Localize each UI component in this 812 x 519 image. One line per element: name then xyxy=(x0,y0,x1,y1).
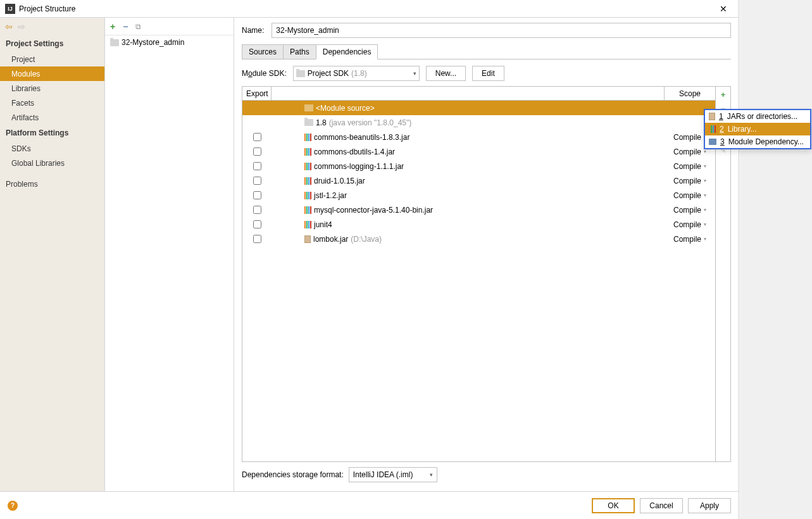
name-label: Name: xyxy=(242,26,264,35)
column-scope[interactable]: Scope xyxy=(665,87,715,100)
help-icon[interactable]: ? xyxy=(8,501,18,511)
add-dependency-popup: 1 JARs or directories... 2 Library... 3 … xyxy=(704,109,811,149)
scope-value[interactable]: Compile xyxy=(673,206,701,215)
dependency-row[interactable]: commons-beanutils-1.8.3.jarCompile▾ xyxy=(242,130,715,144)
popup-item-jars[interactable]: 1 JARs or directories... xyxy=(705,110,810,123)
sidebar-item-problems[interactable]: Problems xyxy=(0,177,104,191)
tab-sources[interactable]: Sources xyxy=(242,44,284,59)
ok-button[interactable]: OK xyxy=(592,498,635,513)
settings-sidebar: ⇦ ⇨ Project Settings Project Modules Lib… xyxy=(0,18,105,491)
module-detail-panel: Name: Sources Paths Dependencies Module … xyxy=(234,18,739,491)
dependency-row[interactable]: commons-logging-1.1.1.jarCompile▾ xyxy=(242,159,715,173)
module-sdk-select[interactable]: Project SDK (1.8) ▾ xyxy=(293,66,420,81)
dependency-label: mysql-connector-java-5.1.40-bin.jar xyxy=(314,206,433,215)
column-name[interactable] xyxy=(272,87,665,100)
section-project-settings: Project Settings xyxy=(0,35,104,52)
export-checkbox[interactable] xyxy=(253,235,261,243)
dependency-row[interactable]: commons-dbutils-1.4.jarCompile▾ xyxy=(242,144,715,159)
modules-list-panel: + − ⧉ 32-Mystore_admin xyxy=(105,18,234,491)
tab-dependencies[interactable]: Dependencies xyxy=(316,44,378,59)
jar-icon xyxy=(709,113,715,120)
chevron-down-icon: ▾ xyxy=(704,149,706,154)
chevron-down-icon: ▾ xyxy=(704,222,706,227)
scope-value[interactable]: Compile xyxy=(673,133,701,142)
export-checkbox[interactable] xyxy=(253,191,261,199)
scope-value[interactable]: Compile xyxy=(673,191,701,200)
module-name: 32-Mystore_admin xyxy=(122,38,184,47)
nav-back-icon[interactable]: ⇦ xyxy=(5,22,13,32)
dependency-row[interactable]: lombok.jar (D:\Java)Compile▾ xyxy=(242,232,715,246)
chevron-down-icon: ▾ xyxy=(704,178,706,184)
module-sdk-label: Module SDK: xyxy=(242,69,287,78)
dependency-detail: (D:\Java) xyxy=(351,235,382,244)
dependency-label: <Module source> xyxy=(316,104,375,113)
sidebar-item-global-libraries[interactable]: Global Libraries xyxy=(0,156,104,170)
dependency-row[interactable]: mysql-connector-java-5.1.40-bin.jarCompi… xyxy=(242,203,715,217)
module-icon xyxy=(709,139,716,145)
dependency-label: commons-dbutils-1.4.jar xyxy=(314,147,395,156)
sidebar-item-libraries[interactable]: Libraries xyxy=(0,81,104,96)
dependency-label: junit4 xyxy=(314,220,332,229)
sidebar-item-artifacts[interactable]: Artifacts xyxy=(0,110,104,125)
export-checkbox[interactable] xyxy=(253,206,261,214)
chevron-down-icon: ▾ xyxy=(704,236,706,242)
dependency-label: 1.8 xyxy=(316,118,327,127)
module-folder-icon xyxy=(110,39,119,46)
popup-item-module-dep[interactable]: 3 Module Dependency... xyxy=(705,135,810,148)
titlebar: IJ Project Structure ✕ xyxy=(0,0,739,18)
library-icon xyxy=(304,163,311,170)
dependency-row[interactable]: druid-1.0.15.jarCompile▾ xyxy=(242,173,715,188)
dependency-row[interactable]: junit4Compile▾ xyxy=(242,217,715,232)
chevron-down-icon: ▾ xyxy=(413,70,416,77)
nav-forward-icon: ⇨ xyxy=(18,22,25,32)
tab-paths[interactable]: Paths xyxy=(283,44,316,59)
storage-format-select[interactable]: IntelliJ IDEA (.iml) ▾ xyxy=(349,467,437,482)
export-checkbox[interactable] xyxy=(253,177,261,185)
dependency-label: jstl-1.2.jar xyxy=(314,191,347,200)
add-dependency-icon[interactable]: + xyxy=(718,89,728,99)
library-icon xyxy=(304,148,311,156)
export-checkbox[interactable] xyxy=(253,220,261,228)
chevron-down-icon: ▾ xyxy=(704,163,706,169)
folder-icon xyxy=(304,104,313,111)
copy-module-icon[interactable]: ⧉ xyxy=(135,22,141,31)
dependency-label: lombok.jar xyxy=(313,235,348,244)
sidebar-item-sdks[interactable]: SDKs xyxy=(0,141,104,156)
dependency-row[interactable]: 1.8 (java version "1.8.0_45") xyxy=(242,115,715,130)
column-export[interactable]: Export xyxy=(242,87,272,100)
export-checkbox[interactable] xyxy=(253,147,261,156)
folder-icon xyxy=(296,70,305,77)
close-button[interactable]: ✕ xyxy=(713,1,734,16)
dependency-row[interactable]: <Module source> xyxy=(242,101,715,115)
export-checkbox[interactable] xyxy=(253,133,261,141)
scope-value[interactable]: Compile xyxy=(673,147,701,156)
section-platform-settings: Platform Settings xyxy=(0,125,104,141)
sidebar-item-project[interactable]: Project xyxy=(0,52,104,66)
apply-button[interactable]: Apply xyxy=(688,498,731,513)
sidebar-item-modules[interactable]: Modules xyxy=(0,66,104,81)
sidebar-item-facets[interactable]: Facets xyxy=(0,96,104,110)
module-name-input[interactable] xyxy=(272,23,731,38)
library-icon xyxy=(304,177,311,185)
edit-sdk-button[interactable]: Edit xyxy=(472,66,504,81)
jdk-folder-icon xyxy=(304,119,313,126)
scope-value[interactable]: Compile xyxy=(673,220,701,229)
library-icon xyxy=(304,134,311,141)
jar-icon xyxy=(304,235,311,243)
dependency-label: commons-beanutils-1.8.3.jar xyxy=(314,133,409,142)
app-icon: IJ xyxy=(5,4,15,14)
export-checkbox[interactable] xyxy=(253,162,261,170)
popup-item-library[interactable]: 2 Library... xyxy=(705,123,810,135)
scope-value[interactable]: Compile xyxy=(673,162,701,171)
remove-module-icon[interactable]: − xyxy=(123,22,128,32)
dependency-label: druid-1.0.15.jar xyxy=(314,177,365,185)
library-icon xyxy=(304,206,311,214)
add-module-icon[interactable]: + xyxy=(110,22,115,32)
scope-value[interactable]: Compile xyxy=(673,235,701,244)
module-list-item[interactable]: 32-Mystore_admin xyxy=(105,35,234,49)
new-sdk-button[interactable]: New... xyxy=(426,66,466,81)
library-icon xyxy=(709,125,716,133)
dependency-row[interactable]: jstl-1.2.jarCompile▾ xyxy=(242,188,715,203)
cancel-button[interactable]: Cancel xyxy=(640,498,683,513)
scope-value[interactable]: Compile xyxy=(673,177,701,185)
